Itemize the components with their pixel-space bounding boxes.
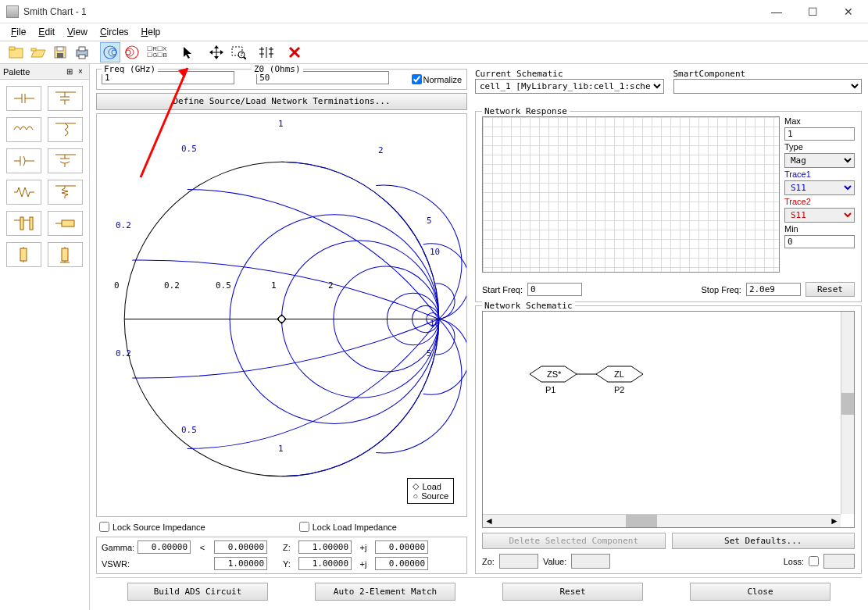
vswr-input[interactable]	[214, 557, 267, 570]
smith-chart[interactable]: 0.5 1 2 0.2 0.2 0 0.2 0.5 1 2 5 5 10 10 …	[96, 113, 467, 517]
palette-xformer1[interactable]	[6, 242, 41, 267]
menu-bar: File Edit View Circles Help	[0, 23, 868, 41]
svg-rect-62	[62, 248, 68, 261]
palette-shunt-cap2[interactable]	[48, 148, 83, 173]
set-defaults-button[interactable]: Set Defaults...	[672, 533, 855, 549]
palette-series-res[interactable]	[6, 180, 41, 205]
delete-x-icon[interactable]	[284, 42, 305, 62]
palette-series-ind[interactable]	[6, 117, 41, 142]
menu-view[interactable]: View	[63, 25, 92, 39]
z-smith-icon[interactable]	[100, 42, 120, 62]
max-label: Max	[784, 116, 855, 126]
svg-text:ZS*: ZS*	[547, 369, 562, 379]
chart-options-icon[interactable]: ☐R☐X☐G☐B	[144, 42, 170, 62]
palette-xformer2[interactable]	[48, 242, 83, 267]
y-imag-input[interactable]	[375, 557, 428, 570]
schematic-canvas[interactable]: ZS* P1 ZL P2 ◄►	[482, 311, 855, 528]
loss-label: Loss:	[784, 557, 804, 566]
svg-point-11	[109, 48, 116, 56]
menu-file[interactable]: File	[6, 25, 30, 39]
save-icon[interactable]	[50, 42, 70, 62]
grid-snap-icon[interactable]	[256, 42, 277, 62]
move-icon[interactable]	[206, 42, 227, 62]
schematic-scroll-v[interactable]	[841, 312, 854, 514]
pointer-icon[interactable]	[178, 42, 198, 62]
svg-marker-16	[184, 47, 191, 59]
print-icon[interactable]	[72, 42, 92, 62]
sc-axis-0.2: 0.2	[164, 280, 180, 291]
define-terminations-button[interactable]: Define Source/Load Network Terminations.…	[96, 93, 467, 110]
svg-rect-56	[30, 217, 33, 230]
gamma-mag-input[interactable]	[138, 540, 191, 554]
smartcomponent-label: SmartComponent	[673, 69, 863, 79]
window-title: Smith Chart - 1	[23, 6, 87, 17]
palette-series-cap2[interactable]	[6, 148, 41, 173]
palette-tline-short[interactable]	[6, 211, 41, 236]
svg-line-25	[244, 57, 246, 59]
svg-text:P1: P1	[545, 385, 555, 394]
sc-label-0.2b: 0.2	[116, 348, 131, 359]
network-response-group: Network Response Max Type Mag Trace1 S11…	[475, 111, 862, 302]
new-folder-icon[interactable]	[6, 42, 27, 62]
reset-button[interactable]: Reset	[502, 583, 643, 601]
close-button[interactable]: ✕	[830, 0, 866, 23]
palette-shunt-ind[interactable]	[48, 117, 83, 142]
gamma-ang-input[interactable]	[214, 540, 267, 554]
maximize-button[interactable]: ☐	[795, 0, 830, 23]
palette-shunt-cap[interactable]	[48, 86, 83, 111]
y-real-input[interactable]	[298, 557, 352, 570]
resp-reset-button[interactable]: Reset	[805, 282, 855, 297]
palette-close-icon[interactable]: ×	[75, 67, 86, 76]
delete-component-button[interactable]: Delete Selected Component	[482, 533, 666, 549]
z0-label: Z0 (Ohms)	[252, 64, 303, 74]
palette-tline-open[interactable]	[48, 211, 83, 236]
zo-input[interactable]	[499, 554, 538, 569]
schematic-scroll-h[interactable]: ◄►	[483, 514, 841, 527]
y-smith-icon[interactable]	[122, 42, 142, 62]
value-input[interactable]	[571, 554, 610, 569]
minimize-button[interactable]: —	[759, 0, 795, 23]
open-folder-icon[interactable]	[28, 42, 48, 62]
freq-label: Freq (GHz)	[102, 64, 158, 74]
min-input[interactable]	[784, 235, 855, 248]
palette-series-cap[interactable]	[6, 86, 41, 111]
z-real-input[interactable]	[298, 540, 352, 554]
loss-checkbox[interactable]	[809, 556, 819, 566]
lock-source-checkbox[interactable]: Lock Source Impedance	[99, 522, 205, 532]
menu-edit[interactable]: Edit	[34, 25, 59, 39]
sc-1b: 1	[278, 444, 284, 454]
sc-5b: 5	[427, 348, 432, 359]
palette-shunt-res[interactable]	[48, 180, 83, 205]
palette-pin-icon[interactable]: ⊞	[64, 67, 75, 76]
start-freq-label: Start Freq:	[482, 285, 523, 294]
svg-rect-1	[9, 47, 15, 50]
trace1-select[interactable]: S11	[784, 180, 855, 195]
close-dialog-button[interactable]: Close	[690, 583, 830, 601]
current-schematic-select[interactable]: cell_1 [MyLibrary_lib:cell_1:schema	[475, 79, 664, 94]
smartcomponent-select[interactable]	[673, 79, 863, 94]
sc-label-1t: 1	[278, 119, 284, 129]
stop-freq-input[interactable]	[746, 283, 801, 296]
response-plot[interactable]	[482, 116, 780, 273]
current-schematic-label: Current Schematic	[475, 69, 664, 79]
svg-point-12	[112, 50, 116, 55]
svg-text:P2: P2	[614, 385, 624, 394]
lock-load-checkbox[interactable]: Lock Load Impedance	[299, 522, 397, 532]
sc-5a: 5	[427, 216, 432, 226]
menu-circles[interactable]: Circles	[95, 25, 134, 39]
z-label: Z:	[283, 543, 294, 552]
loss-input[interactable]	[823, 554, 855, 569]
freq-group: Freq (GHz) Z0 (Ohms) Normalize	[96, 69, 467, 90]
start-freq-input[interactable]	[527, 283, 582, 296]
zoom-rect-icon[interactable]	[228, 42, 248, 62]
svg-rect-5	[57, 47, 63, 51]
trace2-select[interactable]: S11	[784, 208, 855, 223]
auto-match-button[interactable]: Auto 2-Element Match	[315, 583, 455, 601]
max-input[interactable]	[784, 127, 855, 141]
build-ads-button[interactable]: Build ADS Circuit	[127, 583, 268, 601]
z-imag-input[interactable]	[375, 540, 428, 554]
normalize-checkbox[interactable]: Normalize	[412, 74, 463, 84]
min-label: Min	[784, 224, 855, 234]
type-select[interactable]: Mag	[784, 153, 855, 168]
menu-help[interactable]: Help	[137, 25, 166, 39]
